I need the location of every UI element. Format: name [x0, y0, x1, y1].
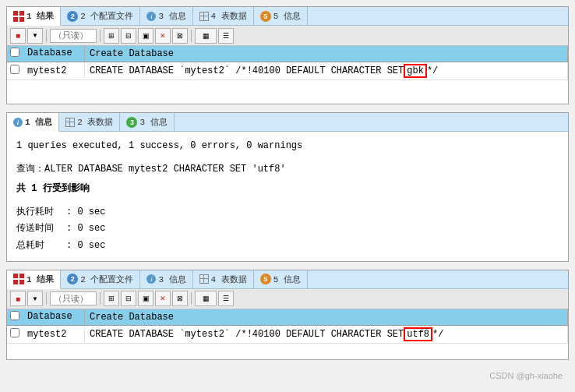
btn-g[interactable]: ☰ [218, 28, 234, 44]
info-tab-3[interactable]: 3 3 信息 [120, 113, 174, 131]
header-checkbox-col-2 [7, 309, 23, 325]
result2-icon [13, 274, 24, 284]
btn-c[interactable]: ▣ [138, 28, 153, 44]
timing-value-2: : 0 sec [66, 238, 105, 255]
tab2-info-3[interactable]: i 3 信息 [140, 270, 192, 288]
btn-a[interactable]: ⊞ [104, 28, 119, 44]
tab-result-1[interactable]: 1 结果 [7, 7, 61, 26]
sep1 [46, 30, 47, 42]
info5-2-icon: 5 [260, 274, 271, 284]
table-row-1: mytest2 CREATE DATABASE `mytest2` /*!401… [7, 62, 568, 80]
tab-info-3[interactable]: i 3 信息 [140, 7, 192, 25]
header-database-2: Database [23, 309, 85, 325]
tab2-info-5[interactable]: 5 5 信息 [254, 270, 308, 288]
watermark: CSDN @gh-xiaohe [6, 368, 569, 383]
btn-d2[interactable]: ✕ [155, 291, 171, 306]
row-checkbox-2[interactable] [10, 328, 19, 337]
header-checkbox-col [7, 46, 23, 62]
highlight-charset-2: utf8 [404, 327, 432, 341]
readonly-label: （只读） [50, 29, 97, 43]
header-create-database: Create Database [85, 46, 568, 62]
timing-value-1: : 0 sec [66, 221, 105, 238]
query-line: 查询：ALTER DATABASE mytest2 CHARACTER SET … [16, 161, 559, 178]
header-database: Database [23, 46, 85, 62]
table-row-2: mytest2 CREATE DATABASE `mytest2` /*!401… [7, 326, 568, 344]
btn-f[interactable]: ▦ [195, 28, 217, 44]
header-checkbox-2[interactable] [10, 311, 19, 320]
toolbar-1: ■ ▼ （只读） ⊞ ⊟ ▣ ✕ ⊠ ▦ ☰ [7, 26, 568, 46]
dropdown-btn[interactable]: ▼ [27, 28, 43, 44]
btn-e2[interactable]: ⊠ [172, 291, 188, 306]
config2-icon: 2 [67, 274, 78, 284]
row-checkbox[interactable] [10, 65, 19, 74]
sep3 [191, 30, 192, 42]
timing-value-0: : 0 sec [66, 204, 105, 221]
info-tab-3-icon: 3 [126, 117, 137, 128]
btn-b[interactable]: ⊟ [121, 28, 136, 44]
table-icon [199, 12, 209, 21]
cell-database-2: mytest2 [23, 327, 85, 341]
info-tab-bar: i 1 信息 2 表数据 3 3 信息 [7, 113, 568, 132]
panel-1: 1 结果 2 2 个配置文件 i 3 信息 4 表数据 5 5 信息 ■ ▼ （… [6, 6, 569, 104]
empty-space-1 [7, 80, 568, 104]
btn-f2[interactable]: ▦ [195, 291, 217, 306]
row-checkbox-col [7, 63, 23, 79]
info-tab-icon: i [13, 118, 23, 127]
sep2 [100, 30, 101, 42]
btn-b2[interactable]: ⊟ [121, 291, 136, 306]
empty-space-2 [7, 344, 568, 359]
tab2-config-2[interactable]: 2 2 个配置文件 [61, 270, 140, 288]
timing-label-2: 总耗时 [16, 238, 63, 255]
success-line: 1 queries executed, 1 success, 0 errors,… [16, 138, 559, 155]
sep2-2 [100, 292, 101, 305]
btn-a2[interactable]: ⊞ [104, 291, 119, 306]
dropdown-btn-2[interactable]: ▼ [27, 291, 43, 306]
result-icon [13, 11, 24, 22]
info-table-icon [65, 118, 75, 127]
toolbar-2: ■ ▼ （只读） ⊞ ⊟ ▣ ✕ ⊠ ▦ ☰ [7, 289, 568, 309]
timing-row-2: 总耗时 : 0 sec [16, 238, 559, 255]
tab2-result-1[interactable]: 1 结果 [7, 270, 61, 289]
header-checkbox[interactable] [10, 48, 19, 57]
table-header-1: Database Create Database [7, 46, 568, 62]
tab-bar-1: 1 结果 2 2 个配置文件 i 3 信息 4 表数据 5 5 信息 [7, 7, 568, 26]
readonly-label-2: （只读） [50, 291, 97, 305]
tab-table-4[interactable]: 4 表数据 [193, 7, 254, 25]
tab-bar-2: 1 结果 2 2 个配置文件 i 3 信息 4 表数据 5 5 信息 [7, 270, 568, 289]
affected-line: 共 1 行受到影响 [16, 181, 559, 198]
btn-d[interactable]: ✕ [155, 28, 171, 44]
cell-create-2: CREATE DATABASE `mytest2` /*!40100 DEFAU… [85, 326, 568, 343]
sep1-2 [46, 292, 47, 305]
btn-e[interactable]: ⊠ [172, 28, 188, 44]
timing-label-0: 执行耗时 [16, 204, 63, 221]
info-icon: i [146, 12, 156, 21]
info-tab-1[interactable]: i 1 信息 [7, 113, 59, 132]
timing-row-0: 执行耗时 : 0 sec [16, 204, 559, 221]
table-header-2: Database Create Database [7, 309, 568, 326]
timing-label-1: 传送时间 [16, 221, 63, 238]
info2-tab-icon: i [146, 274, 156, 284]
info5-icon: 5 [260, 11, 271, 22]
btn-c2[interactable]: ▣ [138, 291, 153, 306]
highlight-charset-1: gbk [404, 64, 427, 78]
tab-info-5[interactable]: 5 5 信息 [254, 7, 308, 25]
config-icon: 2 [67, 11, 78, 22]
cell-database: mytest2 [23, 64, 85, 78]
timing-section: 执行耗时 : 0 sec 传送时间 : 0 sec 总耗时 : 0 sec [16, 204, 559, 255]
cell-create: CREATE DATABASE `mytest2` /*!40100 DEFAU… [85, 62, 568, 79]
btn-g2[interactable]: ☰ [218, 291, 234, 306]
timing-row-1: 传送时间 : 0 sec [16, 221, 559, 238]
table2-icon [199, 274, 209, 284]
info-content: 1 queries executed, 1 success, 0 errors,… [7, 132, 568, 261]
tab-config-2[interactable]: 2 2 个配置文件 [61, 7, 140, 25]
header-create-database-2: Create Database [85, 309, 568, 325]
panel-2: 1 结果 2 2 个配置文件 i 3 信息 4 表数据 5 5 信息 ■ ▼ （… [6, 270, 569, 360]
tab2-table-4[interactable]: 4 表数据 [193, 270, 254, 288]
stop-btn-2[interactable]: ■ [10, 291, 26, 306]
info-tab-table-2[interactable]: 2 表数据 [59, 113, 120, 131]
sep3-2 [191, 292, 192, 305]
stop-btn[interactable]: ■ [10, 28, 26, 44]
row-checkbox-col-2 [7, 327, 23, 342]
info-panel: i 1 信息 2 表数据 3 3 信息 1 queries executed, … [6, 112, 569, 262]
